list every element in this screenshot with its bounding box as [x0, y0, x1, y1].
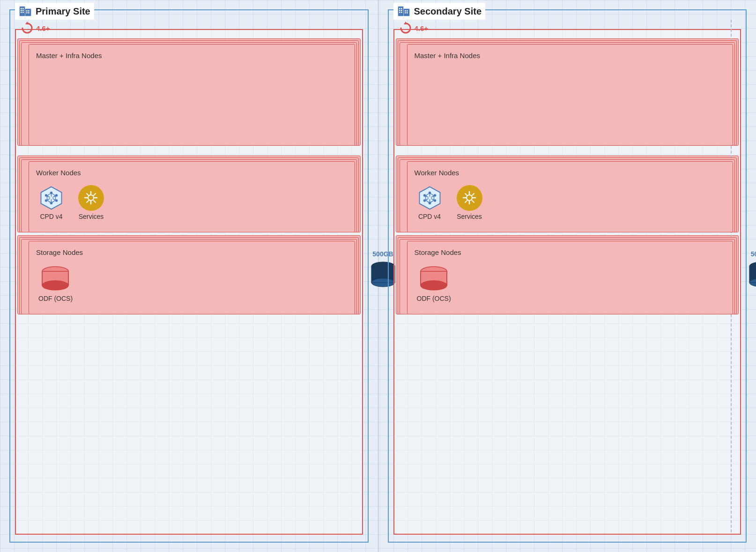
svg-rect-9 — [28, 10, 30, 12]
svg-point-65 — [423, 194, 426, 197]
secondary-storage-label: Storage Nodes — [415, 248, 726, 256]
svg-rect-11 — [28, 12, 30, 14]
svg-rect-56 — [405, 10, 406, 12]
svg-rect-52 — [399, 10, 400, 11]
svg-rect-4 — [21, 10, 22, 11]
svg-rect-57 — [407, 10, 408, 12]
primary-services-label: Services — [79, 213, 104, 220]
svg-point-16 — [50, 202, 53, 205]
refresh-icon-primary — [21, 22, 34, 35]
secondary-master-label: Master + Infra Nodes — [415, 52, 726, 60]
secondary-site-panel: Secondary Site 4.6+ — [378, 0, 756, 552]
primary-version-badge: 4.6+ — [21, 22, 50, 35]
refresh-icon-secondary — [399, 22, 412, 35]
secondary-odf-wrap: ODF (OCS) — [417, 265, 451, 302]
secondary-storage-node-box: Storage Nodes — [407, 241, 734, 314]
svg-point-68 — [433, 199, 436, 202]
svg-rect-10 — [26, 12, 28, 14]
secondary-site-frame: Secondary Site 4.6+ — [388, 9, 747, 543]
secondary-worker-icons: CPD v4 — [415, 180, 726, 225]
primary-site-header: Primary Site — [15, 3, 94, 20]
svg-line-80 — [465, 194, 467, 195]
secondary-odf-label: ODF (OCS) — [417, 295, 451, 302]
secondary-services-wrap: Services — [457, 185, 482, 220]
svg-rect-54 — [399, 12, 400, 13]
svg-point-15 — [50, 192, 53, 194]
primary-cpd-wrap: CPD v4 — [38, 185, 64, 220]
svg-point-67 — [423, 199, 426, 202]
primary-site-panel: Primary Site 4.6+ — [0, 0, 378, 552]
svg-rect-50 — [399, 8, 400, 9]
svg-marker-61 — [419, 187, 440, 209]
main-container: Primary Site 4.6+ — [0, 0, 756, 552]
secondary-master-node-box: Master + Infra Nodes — [407, 44, 734, 146]
primary-storage-node-box: Storage Nodes — [29, 241, 355, 314]
secondary-cluster-content: Master + Infra Nodes Worker Nodes — [401, 37, 734, 527]
services-inner-icon-secondary — [461, 190, 478, 206]
svg-rect-53 — [401, 10, 402, 11]
svg-point-27 — [88, 195, 94, 201]
primary-worker-label: Worker Nodes — [36, 169, 348, 177]
svg-marker-13 — [41, 187, 62, 209]
svg-point-64 — [428, 202, 431, 205]
primary-storage-label: Storage Nodes — [36, 248, 348, 256]
building-icon-primary — [19, 5, 32, 18]
secondary-external-storage: 500GB — [747, 250, 756, 290]
cpd-icon-secondary — [417, 185, 443, 211]
primary-master-node-box: Master + Infra Nodes — [29, 44, 355, 146]
svg-line-81 — [472, 201, 474, 202]
odf-icon-secondary — [419, 265, 449, 293]
primary-site-title: Primary Site — [36, 6, 90, 17]
svg-rect-48 — [398, 7, 403, 16]
svg-rect-6 — [21, 12, 22, 13]
secondary-version-text: 4.6+ — [415, 24, 429, 32]
primary-site-frame: Primary Site 4.6+ — [9, 9, 369, 543]
svg-rect-55 — [401, 12, 402, 13]
svg-rect-8 — [26, 10, 28, 12]
svg-line-34 — [94, 194, 96, 195]
svg-point-63 — [428, 192, 431, 194]
primary-cpd-label: CPD v4 — [40, 213, 62, 220]
services-ball-primary — [78, 185, 104, 211]
secondary-version-badge: 4.6+ — [399, 22, 429, 35]
primary-worker-icons: CPD v4 — [36, 180, 348, 225]
secondary-cpd-label: CPD v4 — [418, 213, 441, 220]
svg-rect-0 — [20, 7, 25, 16]
primary-master-label: Master + Infra Nodes — [36, 52, 348, 60]
external-storage-icon-secondary — [747, 260, 756, 290]
secondary-storage-size-label: 500GB — [751, 250, 756, 258]
primary-services-wrap: Services — [78, 185, 104, 220]
secondary-worker-label: Worker Nodes — [415, 169, 726, 177]
secondary-site-header: Secondary Site — [393, 3, 486, 20]
secondary-ocp-cluster: 4.6+ Master + Infra Nodes — [393, 29, 741, 535]
svg-point-19 — [45, 199, 48, 202]
secondary-services-label: Services — [457, 213, 482, 220]
svg-line-82 — [472, 194, 474, 195]
building-icon-secondary — [397, 5, 410, 18]
svg-point-66 — [433, 194, 436, 197]
svg-rect-7 — [22, 12, 24, 13]
svg-point-18 — [55, 194, 58, 197]
svg-rect-3 — [22, 8, 24, 9]
primary-version-text: 4.6+ — [36, 24, 50, 32]
svg-point-17 — [45, 194, 48, 197]
svg-rect-5 — [22, 10, 24, 11]
svg-rect-2 — [21, 8, 22, 9]
cpd-icon-primary — [38, 185, 64, 211]
svg-line-32 — [87, 194, 89, 195]
primary-odf-label: ODF (OCS) — [38, 295, 73, 302]
primary-worker-node-box: Worker Nodes — [29, 161, 355, 232]
services-ball-secondary — [457, 185, 482, 211]
svg-line-33 — [94, 201, 96, 202]
secondary-cpd-wrap: CPD v4 — [417, 185, 443, 220]
secondary-worker-node-box: Worker Nodes — [407, 161, 734, 232]
svg-line-35 — [87, 201, 89, 202]
svg-line-83 — [465, 201, 467, 202]
secondary-site-title: Secondary Site — [414, 6, 482, 17]
odf-icon-primary — [40, 265, 71, 293]
primary-odf-wrap: ODF (OCS) — [38, 265, 73, 302]
services-inner-icon-primary — [83, 190, 99, 206]
svg-point-75 — [467, 195, 472, 201]
primary-cluster-content: Master + Infra Nodes Worker Nodes — [23, 37, 355, 527]
secondary-storage-icons: ODF (OCS) — [415, 260, 726, 307]
